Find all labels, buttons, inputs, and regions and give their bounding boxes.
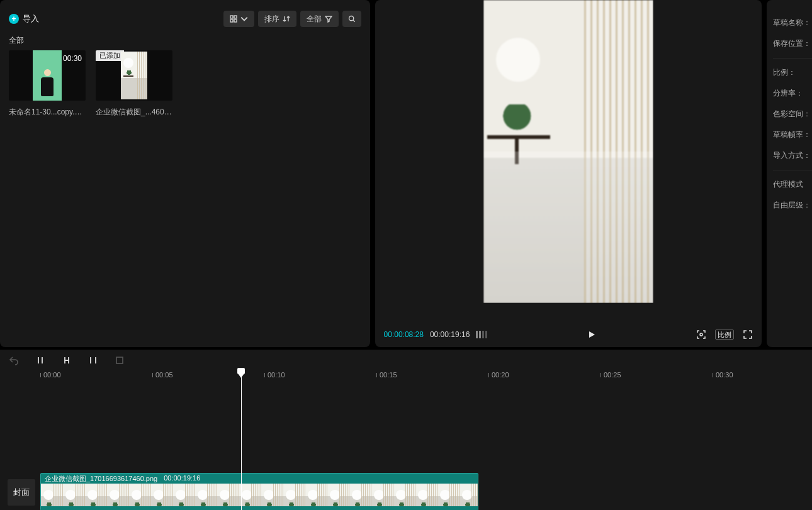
aspect-ratio-button[interactable]: 比例	[715, 330, 734, 340]
prop-proxy-mode: 代理模式	[767, 174, 812, 195]
svg-point-6	[700, 333, 702, 336]
preview-controls: 00:00:08:28 00:00:19:16 比例	[375, 322, 762, 347]
properties-panel: 草稿名称： 保存位置： 比例： 分辨率： 色彩空间： 草稿帧率： 导入方式： 代…	[767, 0, 812, 347]
undo-button[interactable]	[9, 355, 19, 365]
play-button[interactable]	[587, 330, 596, 339]
crop-icon	[115, 355, 125, 365]
timeline-clip-duration: 00:00:19:16	[164, 474, 200, 483]
timeline-panel: 00:0000:0500:1000:1500:2000:2500:30 封面 企…	[0, 350, 812, 510]
import-label: 导入	[23, 13, 39, 25]
focus-frame-icon	[696, 330, 706, 340]
preview-panel: 00:00:08:28 00:00:19:16 比例	[375, 0, 762, 347]
clip-thumbnail: 00:30	[9, 50, 86, 101]
funnel-icon	[325, 15, 332, 23]
preview-viewport[interactable]	[483, 0, 653, 303]
filter-label: 全部	[307, 14, 322, 25]
prop-color-space: 色彩空间：	[767, 104, 812, 125]
svg-line-5	[352, 20, 354, 22]
prop-free-layer: 自由层级：	[767, 195, 812, 216]
ruler-tick: 00:10	[264, 371, 285, 379]
play-icon	[587, 330, 596, 339]
split-button[interactable]	[35, 355, 45, 365]
ruler-tick: 00:00	[40, 371, 61, 379]
media-toolbar: + 导入 排序 全部	[9, 10, 361, 28]
sort-dropdown[interactable]: 排序	[258, 11, 296, 27]
trim-end-icon	[88, 355, 98, 365]
chevron-down-icon	[240, 15, 248, 23]
view-mode-dropdown[interactable]	[223, 11, 254, 27]
clip-filename: 未命名11-30...copy.mp4	[9, 107, 86, 118]
clip-duration: 00:30	[63, 54, 82, 63]
ruler-tick: 00:25	[601, 371, 621, 379]
trim-end-button[interactable]	[88, 355, 98, 365]
timeline-clip[interactable]: 企业微信截图_17016693617460.png 00:00:19:16	[40, 473, 478, 510]
timeline-toolbar	[0, 350, 812, 371]
svg-rect-3	[234, 19, 237, 22]
ruler-tick: 00:30	[713, 371, 733, 379]
ruler-tick: 00:20	[488, 371, 509, 379]
prop-ratio: 比例：	[767, 62, 812, 83]
timeline-clip-name: 企业微信截图_17016693617460.png	[45, 474, 157, 483]
media-clip-list: 00:30 未命名11-30...copy.mp4 已添加 企业微信截图_...…	[9, 50, 172, 118]
timeline-ruler[interactable]: 00:0000:0500:1000:1500:2000:2500:30	[0, 371, 812, 385]
undo-icon	[9, 355, 19, 365]
prop-import-mode: 导入方式：	[767, 145, 812, 166]
search-button[interactable]	[342, 11, 361, 27]
media-category[interactable]: 全部	[9, 35, 24, 46]
crop-button[interactable]	[115, 355, 125, 365]
svg-rect-7	[116, 357, 123, 363]
fullscreen-button[interactable]	[743, 330, 753, 340]
timeline-tracks[interactable]: 封面 企业微信截图_17016693617460.png 00:00:19:16	[0, 385, 812, 510]
prop-resolution: 分辨率：	[767, 83, 812, 104]
prop-save-path: 保存位置：	[767, 33, 812, 54]
filter-dropdown[interactable]: 全部	[300, 11, 339, 27]
preview-content	[483, 0, 653, 303]
clip-filename: 企业微信截图_...460.png	[96, 107, 172, 118]
media-clip[interactable]: 00:30 未命名11-30...copy.mp4	[9, 50, 86, 118]
sort-icon	[283, 15, 290, 23]
aspect-ratio-label: 比例	[715, 330, 734, 340]
cover-frame-button[interactable]: 封面	[8, 479, 35, 506]
clip-thumbnail: 已添加	[96, 50, 172, 101]
clip-added-badge: 已添加	[96, 50, 124, 61]
trim-start-button[interactable]	[62, 355, 72, 365]
ruler-tick: 00:05	[152, 371, 173, 379]
sort-label: 排序	[264, 14, 279, 25]
grid-icon	[230, 15, 237, 23]
prop-frame-rate: 草稿帧率：	[767, 125, 812, 145]
plus-icon: +	[9, 14, 19, 24]
import-button[interactable]: + 导入	[9, 13, 39, 25]
audio-level-icon	[476, 331, 487, 338]
media-panel: + 导入 排序 全部 全部 00:30	[0, 0, 370, 347]
playhead[interactable]	[241, 371, 242, 510]
split-icon	[35, 355, 45, 365]
media-clip[interactable]: 已添加 企业微信截图_...460.png	[96, 50, 172, 118]
prop-draft-name: 草稿名称：	[767, 13, 812, 33]
fullscreen-icon	[743, 330, 753, 340]
svg-rect-1	[234, 16, 237, 18]
safe-zone-button[interactable]	[696, 330, 706, 340]
svg-point-4	[349, 16, 353, 21]
ruler-tick: 00:15	[376, 371, 397, 379]
svg-rect-0	[230, 16, 233, 18]
timecode-total: 00:00:19:16	[430, 330, 470, 339]
search-icon	[348, 15, 356, 23]
trim-start-icon	[62, 355, 72, 365]
timecode-current: 00:00:08:28	[384, 330, 424, 339]
svg-rect-2	[230, 19, 233, 22]
